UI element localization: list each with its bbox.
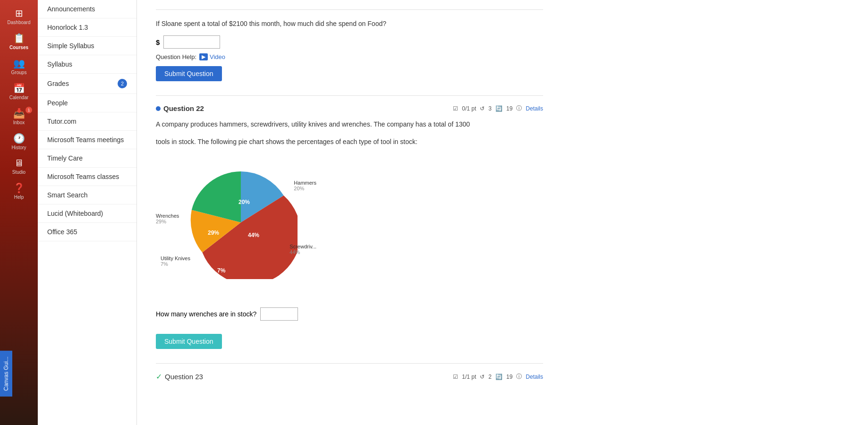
utility-pct: 7% <box>217 267 225 274</box>
question-22-text-line1: A company produces hammers, screwdrivers… <box>156 119 543 129</box>
sidebar-item-studio[interactable]: 🖥 Studio <box>0 154 38 178</box>
question-21-help: Question Help: ▶ Video <box>156 53 543 60</box>
hammers-label: Hammers 20% <box>294 180 316 191</box>
pts-icon-23: ☑ <box>453 374 458 380</box>
question-21-text: If Sloane spent a total of $2100 this mo… <box>156 18 543 29</box>
question-23-title: ✓ Question 23 <box>156 372 203 381</box>
info-icon: ⓘ <box>516 104 522 112</box>
question-22-text-line2: tools in stock. The following pie chart … <box>156 136 543 147</box>
history-icon: 🕐 <box>13 133 25 144</box>
nav-timely-care[interactable]: Timely Care <box>38 149 136 168</box>
help-icon: ❓ <box>13 182 25 194</box>
question-21-answer-row: $ <box>156 35 543 49</box>
question-23-header: ✓ Question 23 ☑ 1/1 pt ↺ 2 🔄 19 ⓘ Detail… <box>156 363 543 381</box>
nav-office365[interactable]: Office 365 <box>38 223 136 241</box>
studio-icon: 🖥 <box>14 158 24 169</box>
nav-honorlock[interactable]: Honorlock 1.3 <box>38 18 136 37</box>
nav-grades[interactable]: Grades 2 <box>38 74 136 94</box>
question-22-block: Question 22 ☑ 0/1 pt ↺ 3 🔄 19 ⓘ Details … <box>156 95 543 349</box>
question-22-answer-label: How many wrenches are in stock? <box>156 310 256 318</box>
pts-icon: ☑ <box>453 105 458 112</box>
wrenches-label: Wrenches 29% <box>156 213 179 224</box>
tries-icon-23: ↺ <box>480 374 485 380</box>
question-22-meta: ☑ 0/1 pt ↺ 3 🔄 19 ⓘ Details <box>453 104 543 112</box>
calendar-icon: 📅 <box>13 83 25 94</box>
nav-ms-teams-classes[interactable]: Microsoft Teams classes <box>38 168 136 186</box>
main-content: If Sloane spent a total of $2100 this mo… <box>137 0 868 425</box>
nav-ms-teams-meetings[interactable]: Microsoft Teams meetings <box>38 131 136 149</box>
sidebar-item-dashboard[interactable]: ⊞ Dashboard <box>0 4 38 29</box>
details-link[interactable]: Details <box>526 105 543 112</box>
inbox-icon: 📥 <box>13 108 25 119</box>
sidebar-item-groups[interactable]: 👥 Groups <box>0 54 38 79</box>
dashboard-icon: ⊞ <box>15 8 23 19</box>
tries-icon: ↺ <box>480 105 485 112</box>
courses-icon: 📋 <box>13 33 25 44</box>
canvas-guide-button[interactable]: Canvas Gui... <box>0 351 12 397</box>
details-link-23[interactable]: Details <box>526 374 543 380</box>
pie-chart-svg <box>184 166 298 279</box>
grades-badge: 2 <box>118 79 127 88</box>
sidebar-item-inbox[interactable]: 📥 Inbox 1 <box>0 104 38 129</box>
nav-smart-search[interactable]: Smart Search <box>38 186 136 204</box>
screwdrivers-label: Screwdriv... 44% <box>289 244 316 255</box>
refresh-icon: 🔄 <box>495 105 502 112</box>
question-21-submit[interactable]: Submit Question <box>156 66 222 81</box>
question-22-answer-row: How many wrenches are in stock? <box>156 307 543 321</box>
play-icon: ▶ <box>199 53 208 60</box>
nav-announcements[interactable]: Announcements <box>38 0 136 18</box>
info-icon-23: ⓘ <box>516 373 522 381</box>
sidebar-item-calendar[interactable]: 📅 Calendar <box>0 79 38 104</box>
inbox-badge: 1 <box>26 107 32 113</box>
hammers-pct: 20% <box>238 199 250 205</box>
icon-sidebar: ⊞ Dashboard 📋 Courses 👥 Groups 📅 Calenda… <box>0 0 38 425</box>
groups-icon: 👥 <box>13 58 25 69</box>
check-icon: ✓ <box>156 372 162 381</box>
pie-chart-container: Wrenches 29% Utility Knives 7% <box>156 156 543 298</box>
refresh-icon-23: 🔄 <box>495 374 502 380</box>
nav-syllabus[interactable]: Syllabus <box>38 55 136 74</box>
video-link[interactable]: ▶ Video <box>199 53 225 60</box>
dollar-sign: $ <box>156 38 160 46</box>
screwdrivers-pct: 44% <box>248 232 259 238</box>
wrenches-pct: 29% <box>208 230 219 236</box>
question-23-meta: ☑ 1/1 pt ↺ 2 🔄 19 ⓘ Details <box>453 373 543 381</box>
question-22-input[interactable] <box>260 307 298 321</box>
question-21-block: If Sloane spent a total of $2100 this mo… <box>156 9 543 81</box>
sidebar-item-history[interactable]: 🕐 History <box>0 129 38 154</box>
nav-lucid[interactable]: Lucid (Whiteboard) <box>38 204 136 223</box>
question-21-input[interactable] <box>163 35 220 49</box>
question-22-header: Question 22 ☑ 0/1 pt ↺ 3 🔄 19 ⓘ Details <box>156 104 543 112</box>
sidebar-item-courses[interactable]: 📋 Courses <box>0 29 38 54</box>
question-22-submit[interactable]: Submit Question <box>156 334 222 349</box>
nav-people[interactable]: People <box>38 94 136 112</box>
nav-tutorcom[interactable]: Tutor.com <box>38 112 136 131</box>
sidebar-item-help[interactable]: ❓ Help <box>0 178 38 204</box>
secondary-sidebar: Announcements Honorlock 1.3 Simple Sylla… <box>38 0 137 425</box>
question-22-title: Question 22 <box>156 104 204 112</box>
question-22-dot <box>156 106 161 111</box>
nav-simple-syllabus[interactable]: Simple Syllabus <box>38 37 136 55</box>
